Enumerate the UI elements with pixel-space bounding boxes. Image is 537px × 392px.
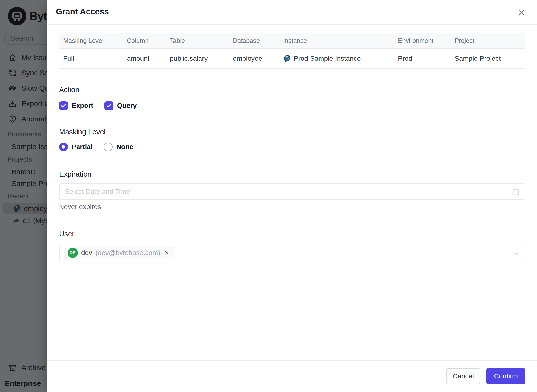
postgres-icon <box>283 54 291 63</box>
none-radio-option[interactable]: None <box>104 143 133 151</box>
grant-access-modal: Grant Access Masking Level Column Table … <box>47 0 537 392</box>
masking-level-heading: Masking Level <box>59 128 106 136</box>
cell-database: employee <box>229 49 279 68</box>
export-checkbox-option[interactable]: Export <box>59 101 93 110</box>
cancel-button[interactable]: Cancel <box>446 368 480 384</box>
cell-project: Sample Project <box>451 49 525 68</box>
col-header-table: Table <box>166 33 229 48</box>
user-tag: DE dev (dev@bytebase.com) <box>65 247 174 259</box>
close-icon[interactable] <box>517 8 527 17</box>
remove-user-icon[interactable] <box>164 250 170 256</box>
col-header-environment: Environment <box>394 33 451 48</box>
instance-name: Prod Sample Instance <box>294 55 361 62</box>
expiration-placeholder: Select Date and Time <box>65 188 130 196</box>
masking-access-table: Masking Level Column Table Database Inst… <box>59 33 525 69</box>
cell-masking-level: Full <box>59 49 123 68</box>
expiration-date-input[interactable]: Select Date and Time <box>59 183 525 200</box>
cell-table: public.salary <box>166 49 229 68</box>
query-label: Query <box>117 102 137 110</box>
chevron-down-icon[interactable] <box>513 250 520 257</box>
radio-selected-icon[interactable] <box>59 143 68 151</box>
user-name: dev <box>81 249 92 257</box>
cell-column: amount <box>123 49 166 68</box>
avatar: DE <box>68 248 78 258</box>
never-expires-text: Never expires <box>59 203 101 211</box>
calendar-icon[interactable] <box>512 189 519 196</box>
table-header-row: Masking Level Column Table Database Inst… <box>59 33 525 49</box>
radio-unselected-icon[interactable] <box>104 143 113 151</box>
col-header-database: Database <box>229 33 279 48</box>
checkbox-checked-icon[interactable] <box>104 101 113 110</box>
partial-label: Partial <box>72 143 93 151</box>
col-header-masking-level: Masking Level <box>59 33 123 48</box>
col-header-instance: Instance <box>279 33 394 48</box>
action-options: Export Query <box>59 101 137 110</box>
cell-instance: Prod Sample Instance <box>279 49 394 68</box>
user-email: (dev@bytebase.com) <box>95 249 160 257</box>
table-row: Full amount public.salary employee <box>59 49 525 68</box>
expiration-heading: Expiration <box>59 170 91 178</box>
export-label: Export <box>72 102 93 110</box>
checkbox-checked-icon[interactable] <box>59 101 68 110</box>
user-select[interactable]: DE dev (dev@bytebase.com) <box>59 245 525 261</box>
col-header-column: Column <box>123 33 166 48</box>
query-checkbox-option[interactable]: Query <box>104 101 137 110</box>
action-heading: Action <box>59 85 79 94</box>
user-heading: User <box>59 230 74 238</box>
confirm-button[interactable]: Confirm <box>486 368 525 384</box>
modal-footer: Cancel Confirm <box>47 360 537 392</box>
app-root: Bytebase Search My Issues Sync Schema Sl… <box>0 0 537 392</box>
modal-header-divider <box>47 24 537 25</box>
cell-environment: Prod <box>394 49 451 68</box>
partial-radio-option[interactable]: Partial <box>59 143 93 151</box>
none-label: None <box>116 143 133 151</box>
col-header-project: Project <box>451 33 525 48</box>
modal-title: Grant Access <box>56 7 109 16</box>
masking-level-options: Partial None <box>59 143 133 151</box>
